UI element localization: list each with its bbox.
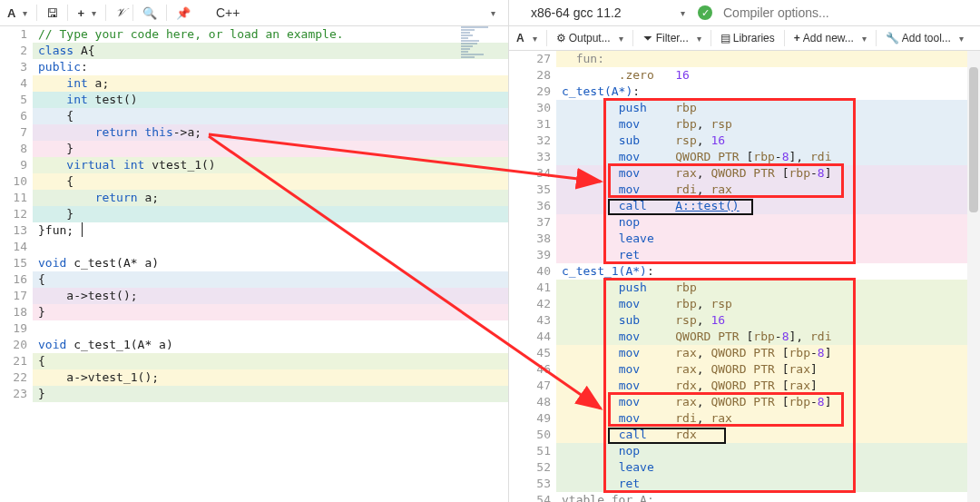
asm-line[interactable]: mov QWORD PTR [rbp-8], rdi [556,329,980,345]
asm-line[interactable]: call rdx [556,427,980,443]
minimap[interactable] [461,26,506,190]
asm-line[interactable]: vtable for A: [556,492,980,502]
asm-line[interactable]: ret [556,476,980,492]
output-button[interactable]: ⚙ Output...▾ [553,30,627,46]
code-line[interactable]: }fun; [33,222,508,239]
font-button[interactable]: A▾ [4,5,31,22]
code-line[interactable]: { [33,271,508,288]
line-number: 47 [509,378,551,394]
asm-line[interactable]: mov rdi, rax [556,182,980,198]
add-button[interactable]: +▾ [74,5,100,22]
asm-lines[interactable]: fun: .zero 16c_test(A*): push rbp mov rb… [556,51,980,502]
text-cursor [82,222,83,237]
line-number: 34 [509,165,551,182]
line-number: 20 [0,337,27,353]
line-number: 50 [509,427,551,443]
line-number: 19 [0,320,27,337]
asm-line[interactable]: mov rax, QWORD PTR [rbp-8] [556,165,980,182]
line-number: 9 [0,157,27,173]
code-line[interactable]: return this->a; [33,124,508,141]
code-line[interactable]: } [33,141,508,157]
code-line[interactable]: void c_test_1(A* a) [33,337,508,353]
code-line[interactable]: virtual int vtest_1() [33,157,508,173]
editor-toolbar: A▾ 🖫 +▾ 𝒱 🔍 📌 C++ ▾ [0,0,508,26]
line-number: 29 [509,84,551,100]
asm-gutter: 2728293031323334353637383940414243444546… [509,51,556,502]
asm-line[interactable]: c_test(A*): [556,84,980,100]
code-line[interactable]: { [33,173,508,190]
asm-line[interactable]: leave [556,459,980,476]
language-select[interactable]: C++ ▾ [198,0,505,25]
line-number: 32 [509,133,551,149]
asm-line[interactable]: ret [556,247,980,263]
line-number: 22 [0,369,27,386]
asm-code-area[interactable]: 2728293031323334353637383940414243444546… [509,51,980,502]
line-number: 10 [0,173,27,190]
editor-code-area[interactable]: 1234567891011121314151617181920212223 //… [0,26,508,502]
code-line[interactable]: int a; [33,75,508,92]
line-number: 46 [509,361,551,378]
line-number: 52 [509,459,551,476]
line-number: 38 [509,231,551,247]
asm-line[interactable]: mov rbp, rsp [556,296,980,312]
line-number: 8 [0,141,27,157]
asm-line[interactable]: leave [556,231,980,247]
code-line[interactable]: a->test(); [33,288,508,304]
asm-line[interactable]: mov rax, QWORD PTR [rax] [556,361,980,378]
asm-line[interactable]: nop [556,443,980,459]
code-line[interactable]: { [33,353,508,369]
line-number: 6 [0,108,27,124]
vim-icon[interactable]: 𝒱 [112,4,127,22]
save-icon[interactable]: 🖫 [43,5,62,22]
line-number: 5 [0,92,27,108]
asm-line[interactable]: c_test_1(A*): [556,263,980,280]
asm-line[interactable]: mov rbp, rsp [556,116,980,133]
asm-line[interactable]: sub rsp, 16 [556,312,980,329]
editor-lines[interactable]: // Type your code here, or load an examp… [33,26,508,502]
line-number: 33 [509,149,551,165]
line-number: 36 [509,198,551,214]
line-number: 28 [509,67,551,84]
asm-line[interactable]: mov rax, QWORD PTR [rbp-8] [556,394,980,410]
asm-line[interactable]: nop [556,214,980,231]
addnew-button[interactable]: + Add new...▾ [790,30,870,46]
code-line[interactable]: void c_test(A* a) [33,255,508,271]
line-number: 49 [509,410,551,427]
code-line[interactable] [33,239,508,255]
code-line[interactable]: a->vtest_1(); [33,369,508,386]
pin-icon[interactable]: 📌 [172,5,194,22]
line-number: 18 [0,304,27,320]
asm-line[interactable]: mov QWORD PTR [rbp-8], rdi [556,149,980,165]
code-line[interactable]: } [33,386,508,402]
code-line[interactable]: } [33,304,508,320]
asm-line[interactable]: mov rax, QWORD PTR [rbp-8] [556,345,980,361]
asm-line[interactable]: fun: [556,51,980,67]
search-icon[interactable]: 🔍 [139,5,161,22]
asm-line[interactable]: push rbp [556,100,980,116]
libraries-button[interactable]: ▤ Libraries [717,30,779,46]
code-line[interactable]: class A{ [33,43,508,59]
asm-line[interactable]: mov rdx, QWORD PTR [rax] [556,378,980,394]
asm-line[interactable]: call A::test() [556,198,980,214]
code-line[interactable]: int test() [33,92,508,108]
asm-line[interactable]: mov rdi, rax [556,410,980,427]
compiler-options-input[interactable] [716,5,976,21]
scrollbar-thumb[interactable] [969,67,978,212]
code-line[interactable]: public: [33,59,508,75]
code-line[interactable]: // Type your code here, or load an examp… [33,26,508,43]
font-button[interactable]: A▾ [513,30,541,46]
code-line[interactable]: return a; [33,190,508,206]
code-line[interactable] [33,320,508,337]
vertical-scrollbar[interactable] [967,51,980,502]
filter-button[interactable]: ⏷ Filter...▾ [639,30,705,46]
asm-line[interactable]: sub rsp, 16 [556,133,980,149]
addtool-button[interactable]: 🔧 Add tool...▾ [882,30,967,46]
code-line[interactable]: } [33,206,508,222]
line-number: 54 [509,492,551,502]
compiler-pane: x86-64 gcc 11.2 ▾ ✓ A▾ ⚙ Output...▾ ⏷ Fi… [509,0,980,502]
asm-line[interactable]: push rbp [556,280,980,296]
code-line[interactable]: { [33,108,508,124]
asm-line[interactable]: .zero 16 [556,67,980,84]
compiler-select[interactable]: x86-64 gcc 11.2 ▾ [513,0,694,25]
editor-pane: A▾ 🖫 +▾ 𝒱 🔍 📌 C++ ▾ 12345678910111213141… [0,0,509,502]
